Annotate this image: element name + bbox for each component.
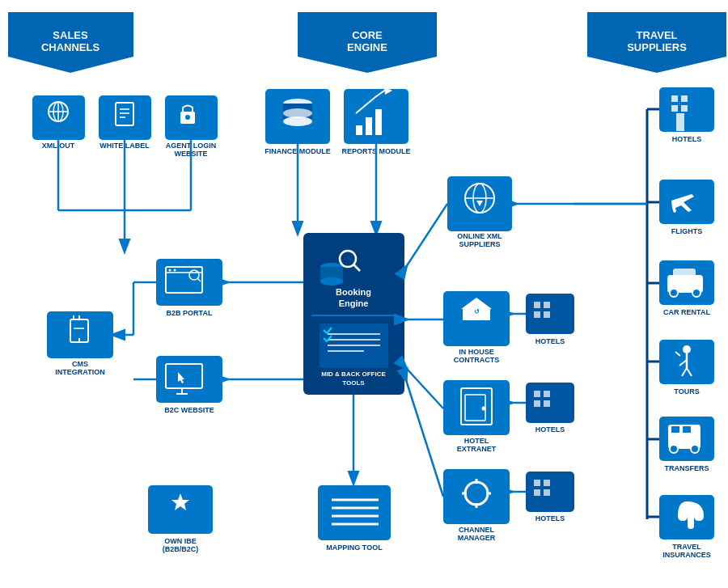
svg-point-144 <box>692 289 700 297</box>
sales-channels-title: SALES <box>53 29 88 41</box>
svg-point-143 <box>670 289 678 297</box>
booking-engine-label: Booking <box>336 287 371 297</box>
svg-point-65 <box>320 277 343 286</box>
svg-point-117 <box>472 489 481 498</box>
svg-rect-133 <box>681 95 688 102</box>
svg-rect-111 <box>534 400 540 407</box>
svg-rect-100 <box>544 311 550 318</box>
channel-manager-label: CHANNEL <box>459 526 495 534</box>
svg-rect-97 <box>534 302 540 308</box>
svg-rect-56 <box>356 125 362 135</box>
svg-rect-78 <box>318 485 391 540</box>
svg-point-29 <box>174 269 176 272</box>
svg-text:INTEGRATION: INTEGRATION <box>55 368 104 376</box>
svg-rect-142 <box>673 269 696 280</box>
transfers-label: TRANSFERS <box>664 464 709 472</box>
svg-rect-126 <box>534 489 540 496</box>
svg-rect-127 <box>544 489 550 496</box>
svg-rect-125 <box>544 480 550 486</box>
svg-rect-99 <box>534 311 540 318</box>
svg-text:SUPPLIERS: SUPPLIERS <box>459 240 500 248</box>
travel-insurances-label: TRAVEL <box>672 543 701 551</box>
own-ibe-label: OWN IBE <box>164 537 197 545</box>
svg-point-54 <box>283 108 312 118</box>
svg-point-160 <box>691 445 699 453</box>
svg-rect-57 <box>366 117 372 135</box>
svg-rect-158 <box>683 426 691 433</box>
svg-text:MANAGER: MANAGER <box>458 534 496 542</box>
hotels-extranet-label: HOTELS <box>535 425 565 434</box>
car-rental-label: CAR RENTAL <box>663 308 710 316</box>
svg-rect-138 <box>659 180 714 224</box>
svg-text:ENGINE: ENGINE <box>347 41 387 53</box>
svg-text:SUPPLIERS: SUPPLIERS <box>627 41 687 53</box>
svg-point-18 <box>185 115 190 120</box>
in-house-label: IN HOUSE <box>459 348 494 356</box>
b2c-website-label: B2C WEBSITE <box>164 406 214 414</box>
svg-rect-124 <box>534 480 540 486</box>
svg-text:CONTRACTS: CONTRACTS <box>454 356 500 364</box>
svg-point-28 <box>169 269 171 272</box>
travel-suppliers-title: TRAVEL <box>636 29 677 41</box>
hotels-in-house-label: HOTELS <box>535 337 565 345</box>
b2b-portal-label: B2B PORTAL <box>167 309 213 317</box>
svg-text:CHANNELS: CHANNELS <box>41 41 100 53</box>
svg-text:Engine: Engine <box>339 298 369 308</box>
svg-text:EXTRANET: EXTRANET <box>457 445 497 453</box>
online-xml-label: ONLINE XML <box>457 232 502 240</box>
svg-rect-136 <box>676 113 684 131</box>
svg-line-114 <box>406 368 443 408</box>
svg-rect-135 <box>681 105 688 112</box>
diagram-svg: SALES CHANNELS CORE ENGINE TRAVEL SUPPLI… <box>0 0 728 588</box>
hotels-supplier-label: HOTELS <box>672 135 702 143</box>
svg-text:↺: ↺ <box>474 308 480 315</box>
svg-rect-47 <box>148 485 213 534</box>
svg-rect-112 <box>544 400 550 407</box>
svg-point-106 <box>482 407 486 411</box>
svg-rect-109 <box>534 391 540 397</box>
core-engine-title: CORE <box>352 29 383 41</box>
svg-rect-157 <box>671 426 679 433</box>
hotels-channel-label: HOTELS <box>535 514 565 522</box>
main-diagram: SALES CHANNELS CORE ENGINE TRAVEL SUPPLI… <box>0 0 728 588</box>
svg-line-129 <box>406 380 443 497</box>
svg-text:TOOLS: TOOLS <box>342 379 365 387</box>
svg-point-159 <box>670 445 678 453</box>
mid-back-label: MID & BACK OFFICE <box>321 370 386 378</box>
hotel-extranet-label: HOTEL <box>464 437 489 445</box>
svg-rect-134 <box>671 105 678 112</box>
svg-rect-110 <box>544 391 550 397</box>
svg-rect-132 <box>671 95 678 102</box>
svg-text:(B2B/B2C): (B2B/B2C) <box>163 545 199 553</box>
svg-rect-58 <box>375 109 382 135</box>
svg-text:INSURANCES: INSURANCES <box>662 551 711 559</box>
flights-label: FLIGHTS <box>671 227 703 235</box>
cms-label: CMS <box>72 360 88 368</box>
svg-rect-98 <box>544 302 550 308</box>
tours-label: TOURS <box>674 387 699 396</box>
mapping-tool-label: MAPPING TOOL <box>326 544 383 552</box>
svg-point-147 <box>683 345 691 353</box>
svg-line-91 <box>406 204 447 267</box>
